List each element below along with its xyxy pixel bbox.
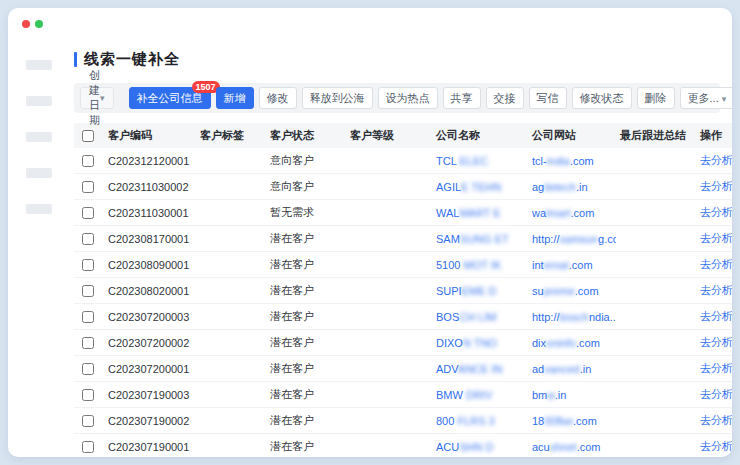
- company-website-link[interactable]: 1800flwr.com: [532, 415, 597, 427]
- company-name[interactable]: AGILE TEHN: [436, 181, 501, 193]
- company-website-link[interactable]: supreme.com: [532, 285, 599, 297]
- analyze-customer-link[interactable]: 去分析客户: [700, 414, 732, 426]
- row-checkbox[interactable]: [82, 181, 94, 193]
- row-checkbox[interactable]: [82, 441, 94, 453]
- company-name[interactable]: SUPIEME D: [436, 285, 497, 297]
- operation-cell: 去分析客户: [696, 382, 732, 408]
- complete-company-info-button[interactable]: 补全公司信息 1507: [129, 87, 211, 109]
- customer-level-cell: [346, 382, 432, 408]
- company-name[interactable]: TCL ELEC: [436, 155, 488, 167]
- main-content: 线索一键补全 创建日期 ▾ 补全公司信息 1507 新增 修改释放到公海设为热点…: [74, 48, 720, 451]
- sidebar-skeleton-item[interactable]: [26, 60, 52, 70]
- customer-tag-cell: [196, 148, 266, 174]
- company-website-cell: bmw.in: [528, 382, 616, 408]
- analyze-customer-link[interactable]: 去分析客户: [700, 258, 732, 270]
- company-name-cell: ACUSHN D: [432, 434, 528, 458]
- row-checkbox[interactable]: [82, 415, 94, 427]
- analyze-customer-link[interactable]: 去分析客户: [700, 440, 732, 452]
- analyze-customer-link[interactable]: 去分析客户: [700, 388, 732, 400]
- add-button[interactable]: 新增: [216, 87, 254, 109]
- window-maximize-button[interactable]: [35, 20, 43, 28]
- more-button[interactable]: 更多... ▾: [680, 87, 732, 109]
- modify-button[interactable]: 修改: [259, 87, 297, 109]
- company-name[interactable]: BMW DRIV: [436, 389, 492, 401]
- row-checkbox[interactable]: [82, 207, 94, 219]
- table-row: C202307190001潜在客户ACUSHN Dacushnet.com去分析…: [74, 434, 732, 458]
- column-header: 客户标签: [196, 123, 266, 148]
- analyze-customer-link[interactable]: 去分析客户: [700, 180, 732, 192]
- analyze-customer-link[interactable]: 去分析客户: [700, 362, 732, 374]
- row-checkbox[interactable]: [82, 285, 94, 297]
- table-header-row: 客户编码客户标签客户状态客户等级公司名称公司网站最后跟进总结操作: [74, 123, 732, 148]
- handover-button[interactable]: 交接: [486, 87, 524, 109]
- follow-up-summary-cell: [616, 304, 696, 330]
- company-name-cell: ADVANCE IN: [432, 356, 528, 382]
- share-button[interactable]: 共享: [443, 87, 481, 109]
- sidebar-skeleton-item[interactable]: [26, 204, 52, 214]
- company-name-cell: BOSCH LIM: [432, 304, 528, 330]
- analyze-customer-link[interactable]: 去分析客户: [700, 206, 732, 218]
- analyze-customer-link[interactable]: 去分析客户: [700, 284, 732, 296]
- company-name[interactable]: 5100 MOT IK: [436, 259, 501, 271]
- delete-button[interactable]: 删除: [637, 87, 675, 109]
- customer-level-cell: [346, 356, 432, 382]
- customer-level-cell: [346, 330, 432, 356]
- row-checkbox[interactable]: [82, 337, 94, 349]
- window-close-button[interactable]: [22, 20, 30, 28]
- row-checkbox[interactable]: [82, 155, 94, 167]
- page-header: 线索一键补全: [74, 48, 720, 70]
- analyze-customer-link[interactable]: 去分析客户: [700, 154, 732, 166]
- company-website-link[interactable]: bmw.in: [532, 389, 566, 401]
- row-checkbox-cell: [74, 434, 104, 458]
- select-all-checkbox[interactable]: [82, 130, 94, 142]
- analyze-customer-link[interactable]: 去分析客户: [700, 232, 732, 244]
- row-checkbox[interactable]: [82, 363, 94, 375]
- company-name[interactable]: WALMART E: [436, 207, 501, 219]
- analyze-customer-link[interactable]: 去分析客户: [700, 336, 732, 348]
- customer-code-cell: C202312120001: [104, 148, 196, 174]
- company-name[interactable]: SAMSUNG ET: [436, 233, 509, 245]
- set-hot-button[interactable]: 设为热点: [378, 87, 438, 109]
- company-website-link[interactable]: dixoninfo.com: [532, 337, 600, 349]
- page-title: 线索一键补全: [84, 50, 180, 69]
- company-name[interactable]: DIXON TNO: [436, 337, 497, 349]
- company-name-cell: WALMART E: [432, 200, 528, 226]
- customer-code-cell: C202308170001: [104, 226, 196, 252]
- company-website-link[interactable]: http://samsung.com: [532, 233, 616, 245]
- row-checkbox-cell: [74, 356, 104, 382]
- company-website-cell: http://boschndia...: [528, 304, 616, 330]
- row-checkbox[interactable]: [82, 389, 94, 401]
- row-checkbox[interactable]: [82, 233, 94, 245]
- company-website-link[interactable]: agiletech.in: [532, 181, 588, 193]
- company-website-link[interactable]: walmart.com: [532, 207, 594, 219]
- follow-up-summary-cell: [616, 226, 696, 252]
- company-website-link[interactable]: advanced.in: [532, 363, 591, 375]
- date-filter-select[interactable]: 创建日期 ▾: [80, 87, 114, 109]
- company-name[interactable]: BOSCH LIM: [436, 311, 497, 323]
- sidebar-skeleton-item[interactable]: [26, 132, 52, 142]
- company-website-cell: walmart.com: [528, 200, 616, 226]
- company-website-link[interactable]: http://boschndia...: [532, 311, 616, 323]
- row-checkbox[interactable]: [82, 259, 94, 271]
- follow-up-summary-cell: [616, 330, 696, 356]
- sidebar-skeleton-item[interactable]: [26, 96, 52, 106]
- table-row: C202307200002潜在客户DIXON TNOdixoninfo.com去…: [74, 330, 732, 356]
- company-website-link[interactable]: internat.com: [532, 259, 593, 271]
- release-to-pool-button[interactable]: 释放到公海: [302, 87, 373, 109]
- customer-status-cell: 潜在客户: [266, 226, 346, 252]
- sidebar-skeleton-item[interactable]: [26, 168, 52, 178]
- write-letter-button[interactable]: 写信: [529, 87, 567, 109]
- change-status-button[interactable]: 修改状态: [572, 87, 632, 109]
- analyze-customer-link[interactable]: 去分析客户: [700, 310, 732, 322]
- row-checkbox[interactable]: [82, 311, 94, 323]
- company-name[interactable]: ADVANCE IN: [436, 363, 502, 375]
- customer-status-cell: 意向客户: [266, 148, 346, 174]
- operation-cell: 去分析客户: [696, 330, 732, 356]
- customer-tag-cell: [196, 304, 266, 330]
- company-name[interactable]: 800 FLRS 3: [436, 415, 495, 427]
- follow-up-summary-cell: [616, 408, 696, 434]
- company-website-link[interactable]: acushnet.com: [532, 441, 601, 453]
- company-website-link[interactable]: tcl-india.com: [532, 155, 594, 167]
- customer-code-cell: C202308090001: [104, 252, 196, 278]
- company-name[interactable]: ACUSHN D: [436, 441, 493, 453]
